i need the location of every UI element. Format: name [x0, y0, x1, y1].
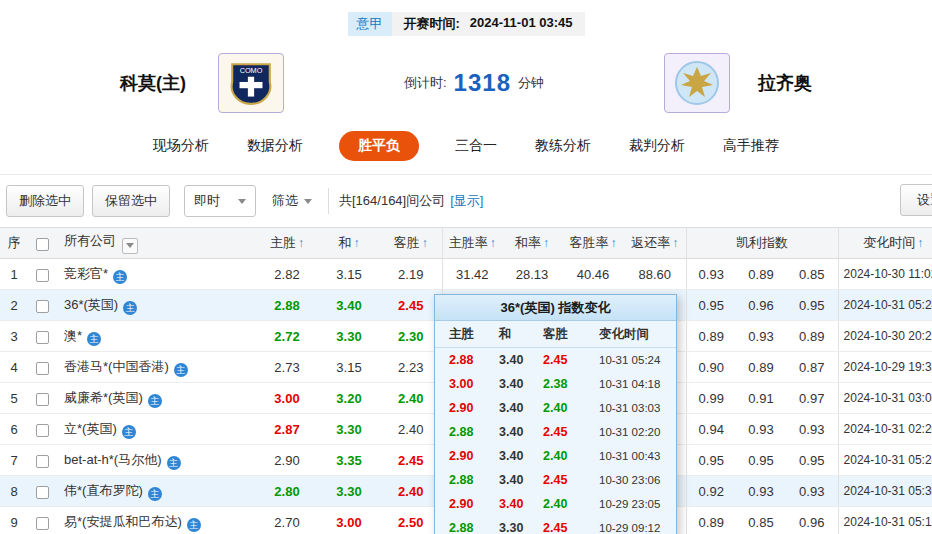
company-cell[interactable]: 立*(英国)主	[56, 414, 256, 445]
row-checkbox[interactable]	[36, 517, 49, 530]
col-away-rate[interactable]: 客胜率↑	[562, 228, 624, 259]
table-row[interactable]: 1竞彩官*主2.823.152.1931.4228.1340.4688.600.…	[0, 259, 932, 290]
odds-cell: 3.40	[318, 290, 380, 321]
company-cell[interactable]: 易*(安提瓜和巴布达)主	[56, 507, 256, 534]
company-name: 香港马*(中国香港)	[64, 359, 169, 374]
popup-col-home: 主胜	[449, 326, 499, 343]
company-cell[interactable]: 竞彩官*主	[56, 259, 256, 290]
filter-dropdown-label: 筛选	[272, 192, 298, 210]
nav-tab-7[interactable]: 高手推荐	[721, 131, 781, 161]
change-time-cell: 2024-10-31 05:12	[838, 507, 932, 534]
odds-cell: 2.40	[380, 383, 442, 414]
row-checkbox[interactable]	[36, 269, 49, 282]
popup-rows: 2.883.402.4510-31 05:243.003.402.3810-31…	[435, 348, 676, 534]
row-checkbox[interactable]	[36, 300, 49, 313]
odds-cell: 2.45	[380, 290, 442, 321]
odds-cell: 2.90	[256, 445, 318, 476]
sort-up-icon: ↑	[490, 236, 496, 250]
col-change-time[interactable]: 变化时间↑	[838, 228, 932, 259]
row-select-cell	[28, 352, 56, 383]
countdown-value: 1318	[454, 69, 511, 97]
col-away-odds[interactable]: 客胜↑	[380, 228, 442, 259]
nav-tab-3[interactable]: 胜平负	[339, 131, 419, 161]
popup-row: 3.003.402.3810-31 04:18	[435, 372, 676, 396]
col-draw-odds[interactable]: 和↑	[318, 228, 380, 259]
keep-selected-button[interactable]: 保留选中	[92, 185, 170, 217]
kelly-cell: 0.91	[736, 383, 786, 414]
popup-row: 2.903.402.4010-31 03:03	[435, 396, 676, 420]
delete-selected-button[interactable]: 删除选中	[6, 185, 84, 217]
company-cell[interactable]: 澳*主	[56, 321, 256, 352]
change-time-cell: 2024-10-30 20:25	[838, 321, 932, 352]
popup-row: 2.883.402.4510-31 02:20	[435, 420, 676, 444]
row-checkbox[interactable]	[36, 455, 49, 468]
kelly-cell: 0.95	[686, 445, 736, 476]
kelly-cell: 0.89	[786, 321, 838, 352]
popup-away-odds: 2.40	[543, 449, 599, 463]
popup-title: 36*(英国) 指数变化	[435, 295, 676, 321]
row-number: 4	[0, 352, 28, 383]
start-time-label: 开赛时间:	[404, 15, 460, 33]
odds-cell: 2.72	[256, 321, 318, 352]
odds-cell: 2.30	[380, 321, 442, 352]
kelly-cell: 0.89	[736, 259, 786, 290]
popup-draw-odds: 3.40	[499, 353, 543, 367]
popup-col-away: 客胜	[543, 326, 599, 343]
odds-cell: 2.87	[256, 414, 318, 445]
popup-draw-odds: 3.40	[499, 473, 543, 487]
col-home-odds[interactable]: 主胜↑	[256, 228, 318, 259]
nav-tab-5[interactable]: 教练分析	[533, 131, 593, 161]
row-checkbox[interactable]	[36, 424, 49, 437]
select-all-checkbox[interactable]	[36, 238, 49, 251]
change-time-cell: 2024-10-31 05:24	[838, 445, 932, 476]
row-number: 2	[0, 290, 28, 321]
popup-home-odds: 2.88	[449, 353, 499, 367]
nav-tab-2[interactable]: 数据分析	[245, 131, 305, 161]
odds-cell: 3.30	[318, 321, 380, 352]
row-select-cell	[28, 476, 56, 507]
company-cell[interactable]: bet-at-h*(马尔他)主	[56, 445, 256, 476]
company-cell[interactable]: 36*(英国)主	[56, 290, 256, 321]
row-number: 6	[0, 414, 28, 445]
col-home-rate[interactable]: 主胜率↑	[442, 228, 502, 259]
row-checkbox[interactable]	[36, 393, 49, 406]
company-cell[interactable]: 威廉希*(英国)主	[56, 383, 256, 414]
settings-button[interactable]: 设置	[900, 184, 932, 216]
popup-row: 2.903.402.4010-29 23:05	[435, 492, 676, 516]
popup-row: 2.883.302.4510-29 09:12	[435, 516, 676, 534]
away-team-logo	[664, 53, 730, 113]
instant-dropdown[interactable]: 即时	[184, 185, 256, 217]
popup-change-time: 10-29 23:05	[599, 498, 676, 510]
odds-cell: 2.40	[380, 414, 442, 445]
rate-cell: 31.42	[442, 259, 502, 290]
row-checkbox[interactable]	[36, 362, 49, 375]
company-cell[interactable]: 伟*(直布罗陀)主	[56, 476, 256, 507]
show-link[interactable]: [显示]	[450, 192, 483, 210]
sort-up-icon: ↑	[917, 236, 923, 250]
kelly-cell: 0.93	[786, 414, 838, 445]
company-name: 澳*	[64, 328, 82, 343]
odds-cell: 3.30	[318, 476, 380, 507]
home-team: 科莫(主) COMO	[120, 53, 284, 113]
company-name: bet-at-h*(马尔他)	[64, 452, 162, 467]
row-checkbox[interactable]	[36, 331, 49, 344]
popup-home-odds: 3.00	[449, 377, 499, 391]
row-checkbox[interactable]	[36, 486, 49, 499]
filter-dropdown[interactable]: 筛选	[268, 186, 316, 216]
company-cell[interactable]: 香港马*(中国香港)主	[56, 352, 256, 383]
popup-home-odds: 2.90	[449, 401, 499, 415]
col-draw-rate[interactable]: 和率↑	[502, 228, 562, 259]
popup-away-odds: 2.45	[543, 353, 599, 367]
sort-up-icon: ↑	[543, 236, 549, 250]
company-filter-dropdown[interactable]	[122, 238, 138, 254]
row-number: 8	[0, 476, 28, 507]
row-select-cell	[28, 445, 56, 476]
col-return-rate[interactable]: 返还率↑	[624, 228, 686, 259]
nav-tab-1[interactable]: 现场分析	[151, 131, 211, 161]
nav-tab-4[interactable]: 三合一	[453, 131, 499, 161]
nav-tab-6[interactable]: 裁判分析	[627, 131, 687, 161]
kelly-cell: 0.85	[736, 507, 786, 534]
popup-away-odds: 2.45	[543, 521, 599, 534]
company-name: 立*(英国)	[64, 421, 117, 436]
company-name: 威廉希*(英国)	[64, 390, 143, 405]
